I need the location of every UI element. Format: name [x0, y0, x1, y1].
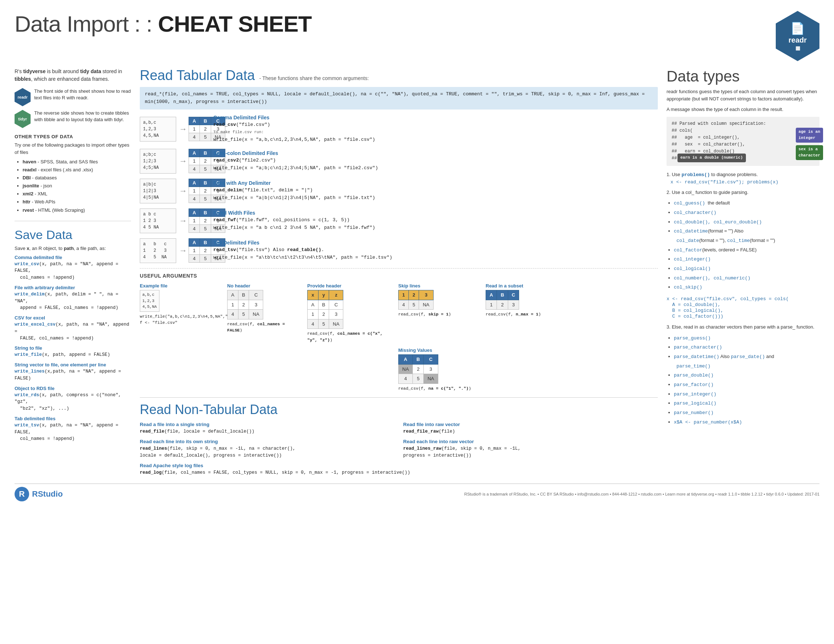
non-tab-lines-raw-label: Read each line into raw vector [403, 438, 658, 445]
save-string-code: write_file(x, path, append = FALSE) [15, 352, 131, 358]
save-comma: Comma delimited file write_csv(x, path, … [15, 255, 131, 281]
dt-point-3: 3. Else, read in as character vectors th… [666, 323, 819, 331]
page: Data Import : : CHEAT SHEET 📄 readr ▦ R'… [0, 0, 834, 644]
data-types-intro2: A message shows the type of each column … [666, 106, 819, 113]
readr-label: readr [789, 36, 807, 44]
non-tab-each-line: Read each line into its own string read_… [140, 438, 394, 459]
readr-badge-row: readr The front side of this sheet shows… [15, 88, 131, 106]
csv2-preview: a;b;c1;2;34;5;NA [140, 149, 176, 174]
arg-skip-label: Skip lines [398, 282, 478, 290]
file-row-tsv: a b c1 2 34 5 NA → ABC 123 45NA Tab Deli… [140, 238, 658, 263]
tsv-desc: Tab Delimited Files read_tsv("file.tsv")… [211, 240, 658, 261]
file-row-fwf: a b c1 2 34 5 NA → ABC 123 45NA Fixed Wi… [140, 208, 658, 233]
arg-subset-label: Read in a subset [486, 282, 569, 290]
non-tabular-grid: Read a file into a single string read_fi… [140, 421, 658, 476]
readr-badge-desc: The front side of this sheet shows how t… [34, 88, 131, 101]
header: Data Import : : CHEAT SHEET 📄 readr ▦ [15, 11, 819, 61]
list-item: col_number(), col_numeric() [674, 274, 819, 283]
save-string-label: String to file [15, 345, 131, 351]
title-text: Data Import : : CHEAT SHEET [15, 11, 312, 36]
list-item: col_skip() [674, 283, 819, 292]
save-comma-code: write_csv(x, path, na = "NA", append = F… [15, 261, 131, 281]
non-tab-single-string-code: read_file(file, locale = default_locale(… [140, 428, 394, 435]
csv2-func: read_csv2("file2.csv")write_file(x = "a;… [213, 157, 658, 172]
non-tab-single-string: Read a file into a single string read_fi… [140, 421, 394, 435]
save-rds-label: Object to RDS file [15, 386, 131, 391]
fwf-func: read_fwf("file.fwf", col_positions = c(1… [213, 216, 658, 232]
list-item: parse_number() [674, 408, 819, 418]
save-excel-label: CSV for excel [15, 315, 131, 321]
list-item: col_integer() [674, 255, 819, 264]
fwf-type-label: Fixed Width Files [213, 210, 658, 216]
non-tabular-title: Read Non-Tabular Data [140, 402, 658, 417]
non-tab-raw-vector: Read file into raw vector read_file_raw(… [403, 421, 658, 435]
parsed-box: ## Parsed with column specification:## c… [666, 117, 819, 166]
non-tab-apache-code: read_log(file, col_names = FALSE, col_ty… [140, 470, 658, 476]
arg-noheader: No header ABC 123 45NA read_csv(f, col_n… [227, 282, 300, 343]
list-item: haven - SPSS, Stata, and SAS files [23, 158, 131, 166]
non-tab-apache: Read Apache style log files read_log(fil… [140, 462, 658, 476]
arg-noheader-label: No header [227, 282, 300, 290]
tsv-preview: a b c1 2 34 5 NA [140, 238, 176, 263]
csv-func: read_csv("file.csv")To make file.csv run… [213, 121, 658, 144]
rstudio-logo: R RStudio [15, 487, 63, 501]
delim-preview: a|b|c1|2|34|5|NA [140, 179, 176, 203]
readr-badge-wrap: 📄 readr ▦ [776, 11, 819, 61]
list-item: col_logical() [674, 264, 819, 274]
list-item: parse_integer() [674, 390, 819, 399]
example-file-wrap: a,b,c1,2,34,5,NA [140, 290, 220, 312]
missing-code: read_csv(f, na = c("1", ".")) [398, 385, 569, 392]
tidyr-badge-row: tidyr The reverse side shows how to crea… [15, 110, 131, 128]
list-item: col_factor(levels, ordered = FALSE) [674, 245, 819, 255]
save-excel-code: write_excel_csv(x, path, na = "NA", appe… [15, 321, 131, 342]
noheader-table: ABC 123 45NA [227, 290, 263, 320]
delim-desc: Files with Any Delimiter read_delim("fil… [211, 180, 658, 202]
main-layout: R's tidyverse is built around tidy data … [15, 68, 819, 476]
save-data-intro: Save x, an R object, to path, a file pat… [15, 245, 131, 251]
save-data-heading: Save Data [15, 228, 131, 242]
arg-example: Example file a,b,c1,2,34,5,NA write_file… [140, 282, 220, 343]
col-functions-example: x <- read_csv("file.csv", col_types = co… [666, 296, 819, 319]
list-item: parse_logical() [674, 399, 819, 408]
list-item: jsonlite - json [23, 182, 131, 190]
list-item: rvest - HTML (Web Scraping) [23, 206, 131, 214]
left-column: R's tidyverse is built around tidy data … [15, 68, 131, 476]
csv2-desc: Semi-colon Delimited Files read_csv2("fi… [211, 150, 658, 172]
data-types-title: Data types [666, 68, 819, 85]
provideheader-table: xyz ABC 123 45NA [307, 290, 343, 329]
non-tabular-section: Read Non-Tabular Data Read a file into a… [140, 397, 658, 476]
file-row-csv: a,b,c1,2,34,5,NA → ABC 123 45NA Comma De… [140, 115, 658, 144]
list-item: parse_factor() [674, 380, 819, 390]
save-tsv-code: write_tsv(x, path, na = "NA", append = F… [15, 422, 131, 442]
arg-provideheader: Provide header xyz ABC 123 45NA read_csv… [307, 282, 391, 343]
list-item: parse_guess() [674, 334, 819, 343]
title-bold: CHEAT SHEET [158, 11, 312, 36]
arrow-icon3: → [179, 186, 187, 196]
readr-small-badge: readr [15, 88, 31, 106]
read-tabular-header: Read Tabular Data - These functions shar… [140, 68, 658, 83]
badge-character: sex is acharacter [796, 145, 823, 160]
save-delim: File with arbitrary delimiter write_deli… [15, 285, 131, 312]
arg-subset: Read in a subset ABC 123 read_csv(f, n_m… [486, 282, 569, 343]
non-tab-single-string-label: Read a file into a single string [140, 421, 394, 428]
non-tab-raw-vector-code: read_file_raw(file) [403, 428, 658, 435]
tidyr-small-badge: tidyr [15, 110, 31, 128]
save-delim-code: write_delim(x, path, delim = " ", na = "… [15, 291, 131, 312]
page-title: Data Import : : CHEAT SHEET [15, 11, 312, 37]
skip-table: 123 45NA [398, 290, 433, 310]
r-circle: R [15, 487, 29, 501]
list-item: x$A <- parse_number(x$A) [674, 418, 819, 427]
save-lines: String vector to file, one element per l… [15, 362, 131, 382]
delim-func: read_delim("file.txt", delim = "|")write… [213, 187, 658, 202]
delim-type-label: Files with Any Delimiter [213, 180, 658, 186]
list-item: col_guess() the default [674, 199, 819, 208]
list-item: parse_datetime() Also parse_date() and p… [674, 352, 819, 371]
save-tsv: Tab delimited files write_tsv(x, path, n… [15, 416, 131, 442]
arrow-table-wrap2: → ABC 123 45NA [179, 149, 208, 173]
parse-functions-list: parse_guess() parse_character() parse_da… [666, 334, 819, 427]
save-excel: CSV for excel write_excel_csv(x, path, n… [15, 315, 131, 342]
non-tab-lines-raw: Read each line into raw vector read_line… [403, 438, 658, 459]
intro-text: R's tidyverse is built around tidy data … [15, 68, 131, 83]
rstudio-label: RStudio [32, 489, 63, 499]
title-light: Data Import : : [15, 11, 158, 36]
